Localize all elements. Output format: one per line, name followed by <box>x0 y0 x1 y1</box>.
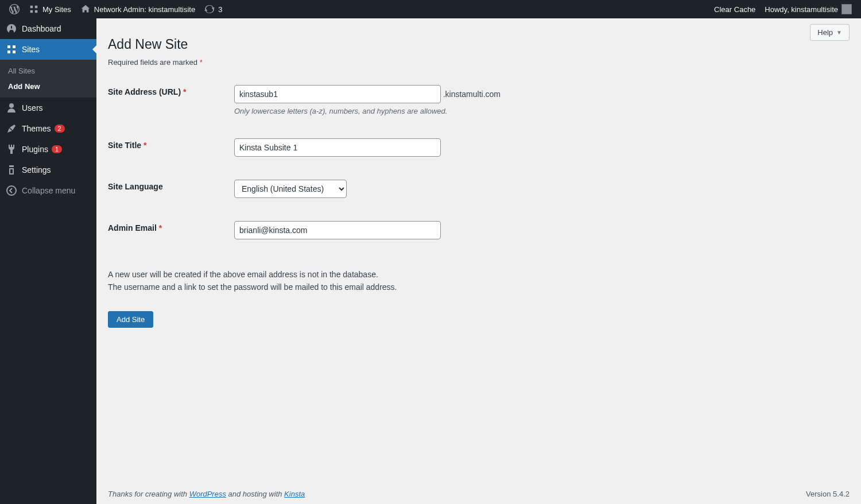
sidebar-subitem-add-new[interactable]: Add New <box>0 79 96 94</box>
site-address-suffix: .kinstamulti.com <box>443 90 501 99</box>
themes-icon <box>6 123 17 134</box>
sites-icon <box>6 44 17 55</box>
sidebar-item-settings[interactable]: Settings <box>0 160 96 180</box>
sidebar-collapse-label: Collapse menu <box>22 186 75 195</box>
required-note: Required fields are marked * <box>108 58 850 67</box>
sidebar-collapse[interactable]: Collapse menu <box>0 180 96 201</box>
sidebar-dashboard-label: Dashboard <box>22 24 61 33</box>
site-address-label: Site Address (URL) * <box>108 73 234 127</box>
my-sites-label: My Sites <box>42 5 71 14</box>
page-title: Add New Site <box>108 37 850 52</box>
admin-email-label: Admin Email * <box>108 210 234 251</box>
footer: Thanks for creating with WordPress and h… <box>108 490 850 498</box>
sidebar-item-dashboard[interactable]: Dashboard <box>0 18 96 39</box>
wordpress-link[interactable]: WordPress <box>189 490 226 498</box>
wordpress-icon <box>9 4 20 14</box>
site-address-hint: Only lowercase letters (a-z), numbers, a… <box>234 107 844 115</box>
my-sites[interactable]: My Sites <box>24 0 76 18</box>
sidebar-themes-label: Themes <box>22 124 51 133</box>
clear-cache-link[interactable]: Clear Cache <box>709 0 760 18</box>
chevron-down-icon: ▼ <box>836 29 842 36</box>
wp-logo[interactable] <box>5 0 24 18</box>
site-language-select[interactable]: English (United States) <box>234 180 347 198</box>
avatar <box>841 4 852 14</box>
sidebar-item-users[interactable]: Users <box>0 98 96 118</box>
add-site-button[interactable]: Add Site <box>108 311 153 328</box>
network-admin-link[interactable]: Network Admin: kinstamultisite <box>76 0 200 18</box>
site-address-input[interactable] <box>234 85 441 103</box>
updates-count: 3 <box>218 5 222 14</box>
sidebar-users-label: Users <box>22 103 43 113</box>
users-icon <box>6 102 17 114</box>
email-note: A new user will be created if the above … <box>108 268 850 294</box>
themes-badge: 2 <box>55 125 65 133</box>
network-admin-label: Network Admin: kinstamultisite <box>94 5 195 14</box>
kinsta-link[interactable]: Kinsta <box>284 490 305 498</box>
admin-sidebar: Dashboard Sites All Sites Add New Users … <box>0 18 96 504</box>
home-icon <box>80 4 91 14</box>
sidebar-plugins-label: Plugins <box>22 145 48 154</box>
account-link[interactable]: Howdy, kinstamultisite <box>760 0 856 18</box>
howdy-label: Howdy, kinstamultisite <box>765 5 838 14</box>
admin-bar: My Sites Network Admin: kinstamultisite … <box>0 0 861 18</box>
plugins-icon <box>6 144 17 155</box>
collapse-icon <box>6 185 17 196</box>
clear-cache-label: Clear Cache <box>714 5 755 14</box>
version-label: Version 5.4.2 <box>806 490 850 498</box>
update-icon <box>204 4 215 14</box>
sidebar-subitem-all-sites[interactable]: All Sites <box>0 63 96 79</box>
svg-point-0 <box>7 186 16 195</box>
help-label: Help <box>817 28 833 37</box>
sidebar-settings-label: Settings <box>22 165 51 175</box>
sidebar-item-sites[interactable]: Sites <box>0 39 96 60</box>
help-tab[interactable]: Help ▼ <box>810 24 850 41</box>
sidebar-sites-label: Sites <box>22 45 40 54</box>
dashboard-icon <box>6 23 17 34</box>
sidebar-item-plugins[interactable]: Plugins 1 <box>0 139 96 160</box>
plugins-badge: 1 <box>52 145 62 153</box>
sidebar-item-themes[interactable]: Themes 2 <box>0 118 96 139</box>
sites-icon <box>29 4 39 14</box>
sidebar-submenu-sites: All Sites Add New <box>0 60 96 98</box>
settings-icon <box>6 164 17 176</box>
updates-link[interactable]: 3 <box>200 0 227 18</box>
site-title-input[interactable] <box>234 138 441 157</box>
site-language-label: Site Language <box>108 168 234 210</box>
admin-email-input[interactable] <box>234 221 441 239</box>
site-title-label: Site Title * <box>108 127 234 168</box>
content-area: Help ▼ Add New Site Required fields are … <box>96 18 861 504</box>
